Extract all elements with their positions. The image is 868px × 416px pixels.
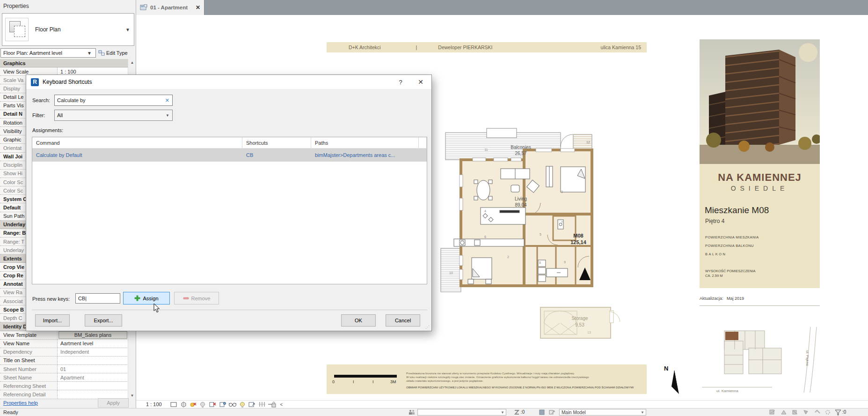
- property-value[interactable]: [57, 357, 128, 364]
- filter-dropdown[interactable]: All ▼: [54, 110, 173, 121]
- property-row[interactable]: Graphics: [0, 59, 128, 67]
- sun-path-icon[interactable]: [188, 401, 198, 408]
- property-row[interactable]: Dependency Independent: [0, 348, 128, 357]
- svg-text:8: 8: [539, 261, 541, 264]
- ok-button[interactable]: OK: [341, 314, 376, 327]
- filter-funnel-icon[interactable]: [834, 409, 842, 416]
- chevron-down-icon: ▼: [87, 51, 92, 56]
- unit-area: 125,14: [570, 239, 587, 245]
- property-label: Referencing Detail: [0, 392, 57, 397]
- dialog-title-bar[interactable]: R Keyboard Shortcuts ? ✕: [26, 75, 431, 89]
- svg-text:7: 7: [561, 221, 563, 224]
- property-row[interactable]: Sheet Number 01: [0, 365, 128, 373]
- visual-style-icon[interactable]: [178, 401, 188, 408]
- filter-value: All: [57, 112, 63, 118]
- temporary-hide-isolate-icon[interactable]: [227, 401, 237, 408]
- exclude-options-icon[interactable]: [769, 409, 776, 416]
- unit-title: Mieszkanie M08: [705, 205, 769, 215]
- instance-selector[interactable]: Floor Plan: Aartment level ▼: [0, 48, 96, 58]
- crop-view-icon[interactable]: [208, 401, 218, 408]
- cancel-button[interactable]: Cancel: [386, 314, 420, 327]
- properties-help-link[interactable]: Properties help: [3, 400, 98, 406]
- worksets-icon[interactable]: [408, 409, 416, 416]
- site-plan: ul. Piękna: [721, 327, 824, 395]
- design-options-icon[interactable]: [548, 409, 556, 416]
- crop-region-icon[interactable]: [218, 401, 227, 408]
- property-label: Graphics: [0, 60, 128, 66]
- property-value[interactable]: Apartment: [57, 373, 128, 381]
- disclaimer-line: W toku realizacji niektóre szczegóły mog…: [406, 376, 589, 379]
- deselect-icon[interactable]: [791, 409, 799, 416]
- height-label: WYSOKOŚĆ POMIESZCZENIA: [705, 269, 756, 273]
- property-row[interactable]: Referencing Sheet: [0, 382, 128, 390]
- type-selector[interactable]: Floor Plan ▼: [2, 13, 134, 46]
- export-button[interactable]: Export...: [85, 314, 122, 327]
- temporary-view-properties-icon[interactable]: [247, 401, 257, 408]
- storage-label: Storage: [571, 316, 588, 321]
- property-value[interactable]: 01: [57, 365, 128, 373]
- chevron-down-icon: ▼: [125, 27, 130, 32]
- resize-grip[interactable]: ⋰: [425, 325, 430, 329]
- press-new-keys-input[interactable]: CB|: [75, 293, 120, 304]
- remove-button[interactable]: Remove: [174, 292, 219, 305]
- property-value[interactable]: Aartment level: [57, 340, 128, 348]
- sheet-header-strip: D+K Architekci | Deweloper PIERKARSKI ul…: [327, 42, 647, 52]
- press-new-keys-label: Press new keys:: [32, 296, 70, 302]
- revit-icon: R: [31, 78, 39, 86]
- property-label: Sheet Name: [0, 375, 57, 380]
- clear-search-icon[interactable]: ✕: [165, 97, 169, 104]
- building-render-image: [700, 39, 820, 164]
- property-row[interactable]: Sheet Name Apartment: [0, 373, 128, 382]
- scroll-up-icon[interactable]: ▲: [128, 59, 136, 67]
- tab-close-icon[interactable]: ✕: [196, 4, 200, 11]
- disclaimer-line: OBMIAR POWIERZCHNI UŻYTKOWEJ LOKALU MIES…: [406, 386, 634, 389]
- help-icon[interactable]: ?: [391, 79, 410, 86]
- editing-requests-icon[interactable]: [513, 409, 520, 416]
- apply-button[interactable]: Apply: [98, 398, 129, 408]
- editable-only-icon[interactable]: [538, 409, 546, 416]
- view-scale-control[interactable]: 1 : 100: [146, 401, 168, 407]
- close-icon[interactable]: ✕: [410, 78, 431, 86]
- property-label: Referencing Sheet: [0, 383, 57, 389]
- press-drag-icon[interactable]: [780, 409, 788, 416]
- property-label: Sheet Number: [0, 366, 57, 372]
- reveal-hidden-icon[interactable]: [237, 401, 247, 408]
- search-input[interactable]: Calculate by ✕: [54, 95, 173, 106]
- column-paths[interactable]: Paths: [311, 137, 419, 148]
- assign-button[interactable]: Assign: [123, 292, 170, 305]
- shadows-icon[interactable]: [198, 401, 208, 408]
- update-row: Aktualizacja: Maj 2019: [700, 296, 820, 306]
- assignments-table[interactable]: Command Shortcuts Paths Calculate by Def…: [32, 137, 427, 284]
- detail-level-icon[interactable]: [168, 401, 178, 408]
- worksharing-display-icon[interactable]: [814, 409, 821, 416]
- property-value[interactable]: BM_Sales plans: [57, 331, 128, 339]
- svg-text:9: 9: [564, 260, 566, 264]
- living-label: Living: [515, 196, 527, 201]
- design-option-dropdown[interactable]: Main Model▼: [559, 409, 646, 416]
- property-row[interactable]: View Template BM_Sales plans: [0, 331, 128, 340]
- floor-plan[interactable]: Balconies 26,57 Living 89,04 M08 125,14 …: [435, 128, 627, 348]
- column-command[interactable]: Command: [32, 137, 242, 148]
- column-shortcuts[interactable]: Shortcuts: [242, 137, 311, 148]
- filter-count: :0: [842, 409, 846, 415]
- property-row[interactable]: Title on Sheet: [0, 357, 128, 365]
- tab-apartment[interactable]: 01 - Apartment ✕: [136, 0, 204, 15]
- reveal-constraints-icon[interactable]: [257, 401, 267, 408]
- divider: [32, 310, 427, 310]
- street-divider: [702, 387, 772, 387]
- header-divider: |: [416, 45, 417, 50]
- collapse-icon[interactable]: <: [277, 401, 286, 408]
- property-value[interactable]: [57, 382, 128, 390]
- import-button[interactable]: Import...: [35, 314, 70, 327]
- background-processes-icon[interactable]: [824, 409, 832, 416]
- property-value[interactable]: Independent: [57, 348, 128, 356]
- table-row-selected[interactable]: Calculate by Default CB bimMajster>Depar…: [32, 149, 427, 162]
- edit-type-button[interactable]: Edit Type: [97, 48, 136, 58]
- keyboard-shortcuts-dialog: R Keyboard Shortcuts ? ✕ Search: Calcula…: [26, 74, 432, 331]
- plus-icon: [134, 295, 140, 301]
- lock-view-icon[interactable]: [267, 401, 277, 408]
- svg-text:6: 6: [484, 235, 486, 238]
- drag-elements-icon[interactable]: [802, 409, 810, 416]
- workset-dropdown[interactable]: ▼: [417, 409, 506, 416]
- property-row[interactable]: View Name Aartment level: [0, 340, 128, 348]
